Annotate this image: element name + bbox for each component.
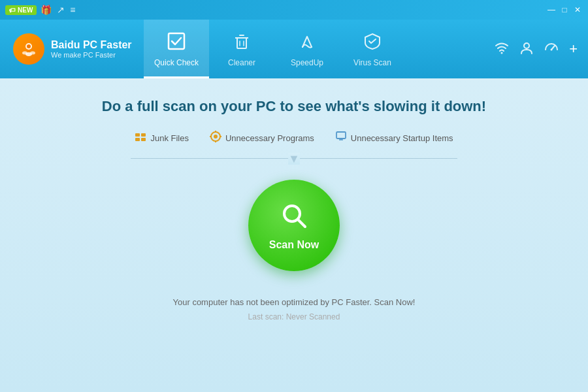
quick-check-icon <box>167 31 186 56</box>
svg-rect-5 <box>169 33 184 49</box>
svg-rect-15 <box>135 133 140 137</box>
tab-virus-scan[interactable]: Virus Scan <box>340 20 405 78</box>
junk-files-icon <box>135 131 146 145</box>
window-controls: — □ ✕ <box>546 5 583 15</box>
minimize-button[interactable]: — <box>546 5 557 15</box>
unnecessary-programs-label: Unnecessary Programs <box>225 133 314 143</box>
title-bar-extra-icons: 🎁 ↗ ≡ <box>41 5 75 15</box>
title-bar: 🏷 NEW 🎁 ↗ ≡ — □ ✕ <box>0 0 588 20</box>
tab-cleaner[interactable]: Cleaner <box>209 20 274 78</box>
cleaner-label: Cleaner <box>228 58 255 67</box>
gift-icon[interactable]: 🎁 <box>41 5 52 15</box>
nav-tabs: Quick Check Cleaner <box>144 20 495 78</box>
svg-point-12 <box>524 43 529 48</box>
svg-point-4 <box>25 52 32 56</box>
close-button[interactable]: ✕ <box>572 5 583 15</box>
virus-scan-label: Virus Scan <box>353 58 391 67</box>
add-button[interactable]: + <box>569 41 578 57</box>
svg-rect-16 <box>141 133 146 137</box>
new-badge-icon: 🏷 <box>9 7 16 14</box>
headline: Do a full scan on your PC to see what's … <box>102 98 486 115</box>
scan-now-label: Scan Now <box>269 239 319 251</box>
tab-quick-check[interactable]: Quick Check <box>144 20 209 78</box>
chevron-down-icon: ▼ <box>288 153 300 165</box>
last-scan-prefix: Last scan: <box>248 312 284 321</box>
new-badge: 🏷 NEW <box>5 5 37 15</box>
share-icon[interactable]: ↗ <box>57 5 65 15</box>
scan-now-button[interactable]: Scan Now <box>248 180 340 271</box>
app-subtitle: We make PC Faster <box>51 51 132 59</box>
startup-items-icon <box>335 131 347 145</box>
feature-junk-files: Junk Files <box>135 131 189 145</box>
logo-text: Baidu PC Faster We make PC Faster <box>51 39 132 59</box>
startup-items-label: Unnecessary Startup Items <box>351 133 453 143</box>
svg-rect-18 <box>141 138 146 141</box>
status-message: Your computer has not been optimized by … <box>173 297 416 307</box>
search-icon <box>279 201 309 235</box>
quick-check-label: Quick Check <box>154 58 199 67</box>
header: Baidu PC Faster We make PC Faster Quick … <box>0 20 588 78</box>
wifi-icon[interactable] <box>495 41 509 58</box>
user-icon[interactable] <box>519 41 534 58</box>
main-content: Do a full scan on your PC to see what's … <box>0 78 588 392</box>
speed-icon[interactable] <box>544 41 559 58</box>
svg-rect-17 <box>135 138 140 141</box>
feature-startup-items: Unnecessary Startup Items <box>335 131 453 145</box>
junk-files-label: Junk Files <box>150 133 189 143</box>
svg-point-11 <box>501 52 503 54</box>
last-scan: Last scan: Never Scanned <box>173 312 416 321</box>
feature-pills: Junk Files Unnecessary Programs <box>135 131 453 145</box>
title-bar-left: 🏷 NEW 🎁 ↗ ≡ <box>5 5 76 15</box>
unnecessary-programs-icon <box>210 131 221 145</box>
speedup-icon <box>297 31 317 56</box>
divider: ▼ <box>131 158 457 159</box>
speedup-label: SpeedUp <box>291 58 323 67</box>
svg-rect-25 <box>336 132 346 139</box>
svg-point-1 <box>27 44 31 48</box>
scan-button-wrapper: Scan Now <box>248 180 340 271</box>
logo-area: Baidu PC Faster We make PC Faster <box>0 33 144 65</box>
new-badge-label: NEW <box>18 7 33 14</box>
app-name: Baidu PC Faster <box>51 39 132 51</box>
feature-unnecessary-programs: Unnecessary Programs <box>210 131 314 145</box>
logo-icon <box>13 33 44 65</box>
svg-rect-6 <box>237 38 246 48</box>
last-scan-value: Never Scanned <box>286 312 340 321</box>
svg-point-14 <box>551 48 553 50</box>
maximize-button[interactable]: □ <box>559 5 570 15</box>
header-right: + <box>495 41 588 58</box>
menu-icon[interactable]: ≡ <box>70 5 75 15</box>
tab-speedup[interactable]: SpeedUp <box>274 20 340 78</box>
svg-point-20 <box>214 135 218 139</box>
status-area: Your computer has not been optimized by … <box>173 297 416 321</box>
cleaner-icon <box>232 31 252 56</box>
virus-scan-icon <box>363 31 382 56</box>
svg-line-29 <box>298 220 305 227</box>
